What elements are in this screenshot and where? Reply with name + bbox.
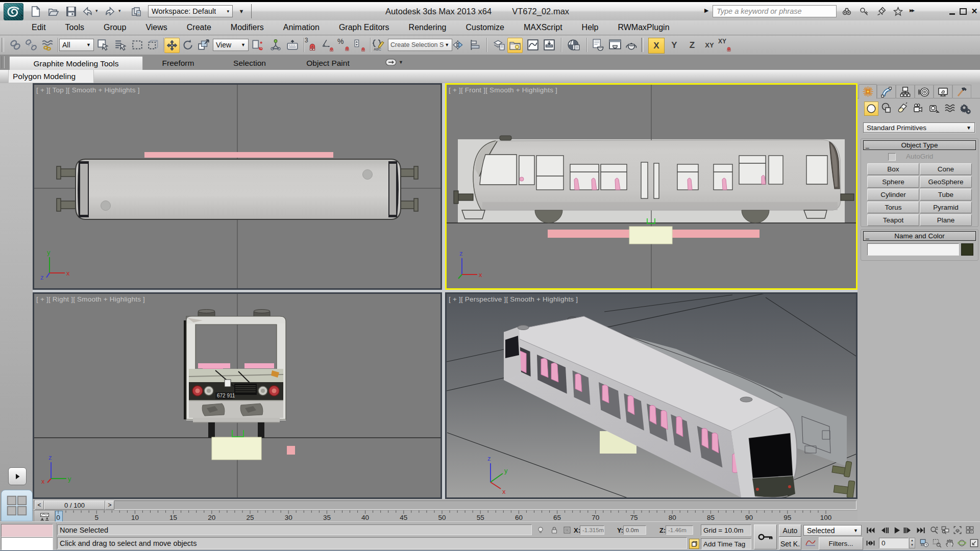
create-cylinder-button[interactable]: Cylinder: [867, 189, 919, 201]
redo-icon[interactable]: [104, 6, 116, 17]
infocenter-search-icon[interactable]: [841, 6, 852, 17]
keyboard-shortcut-override-icon[interactable]: [286, 38, 299, 52]
create-cone-button[interactable]: Cone: [920, 163, 972, 175]
track-bar-ruler[interactable]: 0510152025303540455055606570758085909510…: [33, 510, 857, 521]
project-folder-icon[interactable]: [131, 6, 143, 18]
autogrid-checkbox[interactable]: [888, 153, 896, 161]
absolute-offset-mode-icon[interactable]: [562, 525, 572, 535]
play-animation-icon[interactable]: [892, 525, 902, 535]
tab-utilities[interactable]: [952, 85, 971, 98]
unlink-selection-icon[interactable]: [24, 38, 38, 52]
zoom-extents-all-icon[interactable]: [965, 525, 974, 535]
render-production-icon[interactable]: [625, 38, 638, 52]
ribbon-tab-freeform[interactable]: Freeform: [145, 56, 211, 70]
default-in-out-tangent[interactable]: [805, 538, 817, 548]
viewport-perspective-label[interactable]: [ + ][ Perspective ][ Smooth + Highlight…: [449, 295, 578, 303]
key-mode-toggle-icon[interactable]: [866, 538, 875, 548]
snap-use-axis-constraints-button[interactable]: XY: [717, 38, 733, 53]
reference-coordinate-dropdown[interactable]: View ▼: [213, 39, 249, 51]
create-teapot-button[interactable]: Teapot: [867, 214, 919, 226]
use-pivot-point-center-icon[interactable]: [251, 38, 264, 52]
infocenter-expand-caret[interactable]: ▶: [704, 7, 708, 14]
select-object-icon[interactable]: [96, 38, 110, 52]
tab-hierarchy[interactable]: [896, 85, 915, 98]
favorites-star-icon[interactable]: [893, 6, 903, 17]
window-minimize-button[interactable]: [949, 8, 957, 15]
select-and-scale-icon[interactable]: [197, 38, 210, 52]
transform-gizmo-toggle[interactable]: [689, 539, 699, 549]
orbit-view-icon[interactable]: [957, 538, 967, 548]
viewport-perspective[interactable]: z y x [ + ][ Perspective ][ Smooth + Hig…: [445, 292, 857, 499]
select-and-link-icon[interactable]: [9, 38, 22, 52]
listener-splitter[interactable]: [54, 523, 57, 550]
menu-modifiers[interactable]: Modifiers: [221, 21, 274, 34]
create-tube-button[interactable]: Tube: [920, 189, 972, 201]
curve-editor-icon[interactable]: [526, 38, 540, 52]
viewport-top-label[interactable]: [ + ][ Top ][ Smooth + Highlights ]: [36, 86, 140, 94]
rendered-frame-window-icon[interactable]: [608, 38, 622, 52]
menu-animation[interactable]: Animation: [274, 21, 329, 34]
previous-frame-icon[interactable]: [879, 525, 889, 535]
create-sphere-button[interactable]: Sphere: [867, 176, 919, 188]
time-slider-handle[interactable]: 0 / 100: [44, 500, 105, 510]
spinner-snap-button[interactable]: [353, 38, 366, 52]
menu-graph-editors[interactable]: Graph Editors: [329, 21, 399, 34]
material-editor-icon[interactable]: [567, 38, 580, 52]
layout-tabs-expand-button[interactable]: [8, 467, 27, 485]
pan-view-icon[interactable]: [945, 538, 954, 548]
restrict-z-button[interactable]: Z: [684, 38, 700, 53]
menu-customize[interactable]: Customize: [456, 21, 514, 34]
menu-rendering[interactable]: Rendering: [399, 21, 456, 34]
ribbon-panel-polygon-modeling[interactable]: Polygon Modeling: [8, 70, 94, 83]
primitive-category-dropdown[interactable]: Standard Primitives ▼: [863, 122, 975, 133]
infocenter-overflow-chevron[interactable]: ▸▸: [910, 7, 914, 14]
select-and-move-button[interactable]: [164, 38, 180, 53]
save-file-icon[interactable]: [65, 6, 77, 17]
render-setup-icon[interactable]: [592, 38, 605, 52]
named-selection-sets-dropdown[interactable]: Create Selection S ▼: [388, 39, 452, 51]
active-layout-tab[interactable]: [1, 490, 33, 521]
menu-views[interactable]: Views: [136, 21, 177, 34]
zoom-region-icon[interactable]: [932, 538, 942, 548]
x-coord-field[interactable]: -1.315m: [580, 525, 604, 535]
time-slider[interactable]: < 0 / 100 >: [33, 499, 857, 511]
create-box-button[interactable]: Box: [867, 163, 919, 175]
snaps-toggle-button[interactable]: 3: [305, 38, 318, 52]
window-close-button[interactable]: ✕: [970, 7, 978, 15]
go-to-start-icon[interactable]: [866, 525, 875, 535]
angle-snap-button[interactable]: [321, 38, 334, 52]
object-type-rollout-header[interactable]: _ Object Type: [863, 140, 976, 150]
ribbon-tab-selection[interactable]: Selection: [217, 56, 282, 70]
zoom-all-icon[interactable]: [941, 525, 950, 535]
rectangular-selection-region-icon[interactable]: [131, 38, 144, 52]
isolate-selection-icon[interactable]: [536, 525, 545, 535]
auto-key-button[interactable]: Auto: [779, 524, 801, 537]
set-keys-button[interactable]: [754, 524, 777, 549]
tab-modify[interactable]: [877, 85, 896, 98]
helpers-icon[interactable]: [928, 102, 940, 114]
menu-edit[interactable]: Edit: [22, 21, 56, 34]
viewport-top[interactable]: y x z [ + ][ Top ][ Smooth + Highlights …: [33, 83, 442, 290]
shapes-icon[interactable]: [880, 102, 893, 114]
menu-group[interactable]: Group: [94, 21, 136, 34]
zoom-extents-icon[interactable]: [953, 525, 962, 535]
current-frame-field[interactable]: 0: [879, 538, 909, 548]
select-by-name-icon[interactable]: [114, 38, 127, 52]
space-warps-icon[interactable]: [944, 102, 956, 114]
object-name-field[interactable]: [867, 243, 959, 256]
viewport-right-label[interactable]: [ + ][ Right ][ Smooth + Highlights ]: [36, 295, 145, 303]
viewport-front[interactable]: z x [ + ][ Front ][ Smooth + Highlights …: [445, 83, 857, 290]
ribbon-tab-object-paint[interactable]: Object Paint: [288, 56, 368, 70]
graphite-ribbon-toggle-button[interactable]: [507, 38, 523, 53]
lights-icon[interactable]: [896, 102, 909, 114]
selected-yellow-box[interactable]: [629, 227, 672, 244]
systems-icon[interactable]: [960, 102, 972, 114]
maxscript-mini-listener-pink[interactable]: [1, 524, 53, 537]
z-coord-field[interactable]: -1.46m: [666, 525, 693, 535]
add-time-tag-field[interactable]: Add Time Tag: [701, 538, 751, 549]
ribbon-tab-graphite-modeling-tools[interactable]: Graphite Modeling Tools: [9, 56, 143, 70]
select-and-rotate-icon[interactable]: [181, 38, 194, 52]
undo-icon[interactable]: [82, 6, 93, 17]
select-and-manipulate-icon[interactable]: [269, 38, 282, 52]
name-color-rollout-header[interactable]: _ Name and Color: [863, 231, 976, 241]
